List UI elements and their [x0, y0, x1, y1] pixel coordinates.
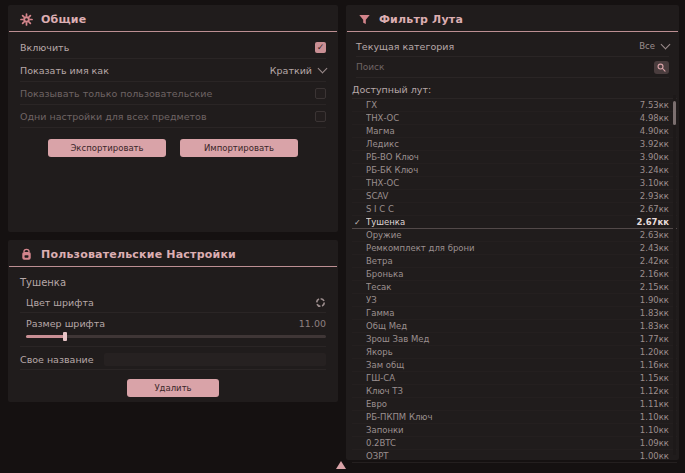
loot-row[interactable]: Тесак 2.15кк — [352, 281, 677, 294]
loot-scrollbar[interactable] — [673, 95, 676, 455]
font-size-slider-thumb[interactable] — [63, 332, 67, 341]
loot-item-value: 2.43кк — [640, 243, 669, 253]
loot-row[interactable]: РБ-ВО Ключ 3.90кк — [352, 151, 677, 164]
loot-item-value: 2.67кк — [640, 204, 669, 214]
search-input[interactable]: Поиск — [356, 62, 385, 72]
loot-item-name: Гамма — [366, 308, 640, 318]
delete-row: Удалить — [8, 379, 338, 397]
loot-item-name: Ремкомплект для брони — [366, 243, 640, 253]
setting-row-only-custom: Показывать только пользовательские — [20, 82, 326, 105]
loot-item-value: 7.53кк — [640, 100, 669, 110]
loot-row[interactable]: Якорь 1.20кк — [352, 346, 677, 359]
loot-filter-header: Фильтр Лута — [346, 5, 679, 31]
loot-row[interactable]: ГШ-СА 1.15кк — [352, 372, 677, 385]
loot-item-value: 1.77кк — [640, 334, 669, 344]
loot-item-name: Зрош Зав Мед — [366, 334, 640, 344]
check-icon: ✓ — [354, 218, 366, 227]
backpack-icon — [20, 248, 33, 261]
custom-name-input[interactable] — [104, 353, 326, 366]
only-custom-label: Показывать только пользовательские — [20, 88, 212, 99]
same-settings-label: Одни настройки для всех предметов — [20, 111, 206, 122]
loot-row[interactable]: Гамма 1.83кк — [352, 307, 677, 320]
enable-checkbox[interactable]: ✓ — [315, 42, 326, 53]
loot-item-value: 1.83кк — [640, 308, 669, 318]
export-import-row: Экспортировать Импортировать — [8, 139, 338, 157]
loot-item-value: 1.00кк — [640, 451, 669, 461]
font-size-label: Размер шрифта — [20, 318, 105, 329]
category-value: Все — [639, 41, 655, 51]
font-size-slider[interactable] — [26, 335, 326, 338]
loot-row[interactable]: ТНХ-ОС 3.10кк — [352, 177, 677, 190]
loot-item-name: Запонки — [366, 425, 640, 435]
delete-button[interactable]: Удалить — [127, 379, 219, 397]
loot-row[interactable]: Запонки 1.10кк — [352, 424, 677, 437]
loot-row[interactable]: РБ-БК Ключ 3.24кк — [352, 164, 677, 177]
loot-row[interactable]: РБ-ПКПМ Ключ 1.10кк — [352, 411, 677, 424]
loot-item-name: ТНХ-ОС — [366, 178, 640, 188]
loot-list: ГХ 7.53кк ТНХ-ОС 4.98кк Магма 4.90кк Лед… — [352, 98, 677, 463]
loot-scrollbar-thumb[interactable] — [673, 101, 676, 125]
font-color-row: Цвет шрифта — [20, 292, 326, 313]
general-panel-divider — [9, 31, 337, 32]
loot-row[interactable]: УЗ 1.90кк — [352, 294, 677, 307]
loot-row[interactable]: Ключ ТЗ 1.12кк — [352, 385, 677, 398]
loot-row[interactable]: Общ Мед 1.83кк — [352, 320, 677, 333]
loot-row[interactable]: 0.2BTC 1.09кк — [352, 437, 677, 450]
loot-item-name: SCAV — [366, 191, 640, 201]
custom-settings-header: Пользовательские Настройки — [8, 240, 338, 266]
search-button[interactable] — [654, 61, 669, 74]
loot-item-name: Общ Мед — [366, 321, 640, 331]
loot-row[interactable]: Ледикс 3.92кк — [352, 138, 677, 151]
loot-item-name: Евро — [366, 399, 640, 409]
loot-item-value: 3.92кк — [640, 139, 669, 149]
loot-item-name: Якорь — [366, 347, 640, 357]
loot-row[interactable]: ОЗРТ 1.00кк — [352, 450, 677, 463]
only-custom-checkbox[interactable] — [315, 88, 326, 99]
loot-row[interactable]: ✓ Тушенка 2.67кк — [352, 216, 677, 229]
export-button[interactable]: Экспортировать — [48, 139, 166, 157]
category-label: Текущая категория — [356, 41, 454, 52]
loot-item-value: 3.90кк — [640, 152, 669, 162]
loot-row[interactable]: Ветра 2.42кк — [352, 255, 677, 268]
loot-item-name: Ледикс — [366, 139, 640, 149]
loot-row[interactable]: Магма 4.90кк — [352, 125, 677, 138]
loot-row[interactable]: Оружие 2.63кк — [352, 229, 677, 242]
chevron-down-icon — [318, 64, 328, 74]
loot-item-name: Зам общ — [366, 360, 640, 370]
setting-row-same-settings: Одни настройки для всех предметов — [20, 105, 326, 128]
loot-row[interactable]: ТНХ-ОС 4.98кк — [352, 112, 677, 125]
loot-item-value: 2.16кк — [640, 269, 669, 279]
color-wheel-icon[interactable] — [315, 297, 326, 308]
setting-row-name-mode: Показать имя как Краткий — [20, 59, 326, 82]
custom-settings-title: Пользовательские Настройки — [41, 248, 236, 261]
loot-item-name: Оружие — [366, 230, 640, 240]
search-icon — [657, 63, 666, 72]
loot-row[interactable]: SCAV 2.93кк — [352, 190, 677, 203]
font-size-slider-fill — [26, 335, 65, 338]
loot-row[interactable]: Зам общ 1.16кк — [352, 359, 677, 372]
loot-row[interactable]: S I C C 2.67кк — [352, 203, 677, 216]
loot-item-name: ГШ-СА — [366, 373, 640, 383]
loot-item-value: 1.11кк — [640, 399, 669, 409]
loot-filter-divider — [347, 31, 678, 32]
name-mode-value: Краткий — [270, 65, 312, 76]
loot-row[interactable]: Ремкомплект для брони 2.43кк — [352, 242, 677, 255]
same-settings-checkbox[interactable] — [315, 111, 326, 122]
loot-row[interactable]: Евро 1.11кк — [352, 398, 677, 411]
import-button[interactable]: Импортировать — [180, 139, 298, 157]
loot-item-value: 1.90кк — [640, 295, 669, 305]
loot-item-name: УЗ — [366, 295, 640, 305]
name-mode-label: Показать имя как — [20, 65, 109, 76]
category-select[interactable]: Все — [639, 41, 669, 51]
loot-row[interactable]: Бронька 2.16кк — [352, 268, 677, 281]
custom-name-row: Свое название — [20, 349, 326, 370]
general-panel-header: Общие — [8, 5, 338, 31]
resize-handle-icon[interactable] — [336, 461, 346, 469]
loot-row[interactable]: ГХ 7.53кк — [352, 99, 677, 112]
name-mode-select[interactable]: Краткий — [270, 65, 326, 76]
available-loot-label: Доступный лут: — [352, 84, 673, 95]
app-window: Общие Включить ✓ Показать имя как Кратки… — [0, 0, 685, 473]
loot-row[interactable]: Зрош Зав Мед 1.77кк — [352, 333, 677, 346]
loot-item-name: Ветра — [366, 256, 640, 266]
loot-item-name: ТНХ-ОС — [366, 113, 640, 123]
